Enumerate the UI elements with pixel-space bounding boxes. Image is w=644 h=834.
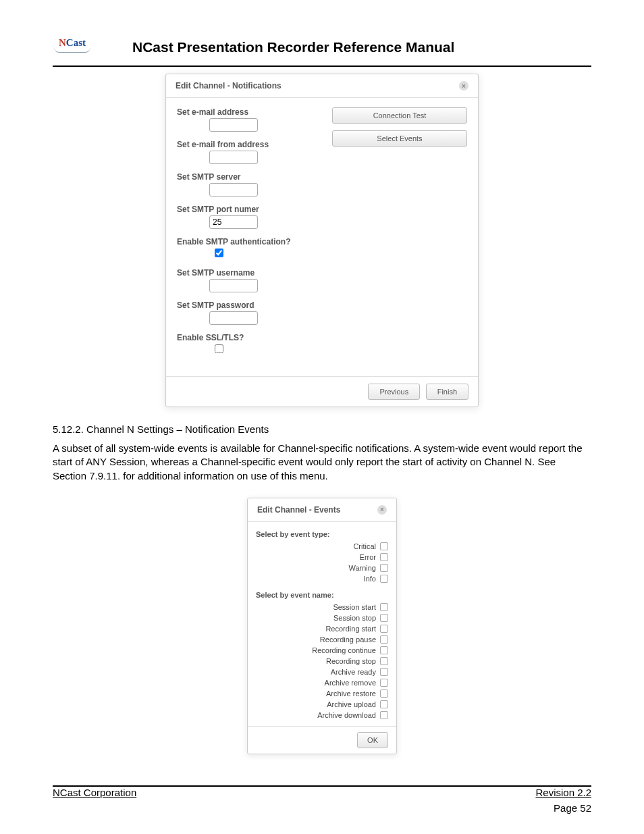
event-type-label: Critical [353,542,376,550]
event-name-row: Archive download [256,710,388,721]
finish-button[interactable]: Finish [426,384,468,400]
event-type-checkbox[interactable] [380,575,388,583]
document-title: NCast Presentation Recorder Reference Ma… [132,39,454,55]
event-name-checkbox[interactable] [380,603,388,611]
event-type-label: Warning [348,564,376,572]
event-name-row: Session start [256,602,388,613]
event-name-label: Archive upload [327,700,376,708]
ncast-logo: NCast [53,37,92,57]
event-name-row: Recording start [256,623,388,634]
smtp-auth-label: Enable SMTP authentication? [177,237,321,246]
event-name-checkbox[interactable] [380,635,388,644]
event-name-label: Recording start [325,625,376,633]
event-type-row: Info [256,573,388,584]
smtp-auth-checkbox[interactable] [215,249,223,257]
email-from-input[interactable] [209,151,258,164]
select-events-button[interactable]: Select Events [332,130,467,147]
event-name-row: Archive ready [256,667,388,677]
event-name-checkbox[interactable] [380,689,388,698]
event-name-checkbox[interactable] [380,679,388,687]
event-name-row: Recording stop [256,656,388,667]
event-name-label: Archive ready [331,668,376,676]
event-name-label: Archive download [317,711,376,719]
logo-arc [54,47,90,53]
header-rule [53,66,591,67]
event-name-checkbox[interactable] [380,625,388,633]
event-name-label: Recording pause [320,635,376,644]
event-name-label: Archive restore [326,689,376,698]
smtp-user-input[interactable] [209,279,258,292]
event-type-row: Warning [256,563,388,573]
smtp-pass-label: Set SMTP password [177,301,321,310]
footer-page-number: Page 52 [53,802,591,814]
ssl-tls-label: Enable SSL/TLS? [177,333,321,342]
event-name-label: Session stop [333,614,376,622]
event-name-row: Archive upload [256,699,388,710]
event-name-row: Archive restore [256,688,388,699]
event-type-row: Error [256,552,388,563]
smtp-user-label: Set SMTP username [177,268,321,278]
email-to-input[interactable] [209,118,258,132]
event-type-row: Critical [256,541,388,552]
event-type-label: Error [360,553,376,561]
smtp-port-input[interactable] [209,215,258,229]
event-name-checkbox[interactable] [380,668,388,676]
connection-test-button[interactable]: Connection Test [332,107,467,124]
page-header: NCast NCast Presentation Recorder Refere… [53,37,591,57]
event-name-checkbox[interactable] [380,614,388,622]
dialog1-title: Edit Channel - Notifications [176,81,281,90]
close-icon[interactable]: × [377,505,387,515]
event-name-checkbox[interactable] [380,646,388,654]
select-by-type-label: Select by event type: [256,530,388,538]
event-type-checkbox[interactable] [380,542,388,550]
ssl-tls-checkbox[interactable] [215,344,223,353]
footer-corporation: NCast Corporation [53,787,136,798]
event-name-checkbox[interactable] [380,657,388,665]
event-name-label: Recording stop [326,657,376,665]
event-type-checkbox[interactable] [380,553,388,561]
smtp-port-label: Set SMTP port numer [177,205,321,214]
previous-button[interactable]: Previous [368,384,420,400]
event-name-row: Archive remove [256,677,388,688]
smtp-server-input[interactable] [209,183,258,197]
edit-channel-notifications-dialog: Edit Channel - Notifications × Set e-mai… [165,74,479,407]
event-name-checkbox[interactable] [380,700,388,708]
event-name-label: Session start [333,603,376,611]
close-icon[interactable]: × [459,81,468,90]
email-from-label: Set e-mail from address [177,140,321,149]
page-footer: NCast Corporation Revision 2.2 Page 52 [53,777,591,814]
event-name-checkbox[interactable] [380,711,388,719]
event-name-row: Session stop [256,613,388,623]
edit-channel-events-dialog: Edit Channel - Events × Select by event … [247,498,397,754]
event-name-label: Recording continue [312,646,376,654]
event-name-row: Recording pause [256,634,388,645]
ok-button[interactable]: OK [357,732,388,748]
footer-revision: Revision 2.2 [535,787,591,798]
event-name-row: Recording continue [256,645,388,656]
logo-letter-n: N [59,37,66,48]
section-heading: 5.12.2. Channel N Settings – Notificatio… [53,423,591,435]
event-type-label: Info [364,575,376,583]
smtp-server-label: Set SMTP server [177,172,321,182]
email-to-label: Set e-mail address [177,107,321,117]
section-body: A subset of all system-wide events is av… [53,442,591,483]
smtp-pass-input[interactable] [209,311,258,325]
logo-letter-cast: Cast [66,37,86,48]
event-name-label: Archive remove [325,679,376,687]
select-by-name-label: Select by event name: [256,591,388,599]
dialog2-title: Edit Channel - Events [257,505,340,515]
event-type-checkbox[interactable] [380,564,388,572]
